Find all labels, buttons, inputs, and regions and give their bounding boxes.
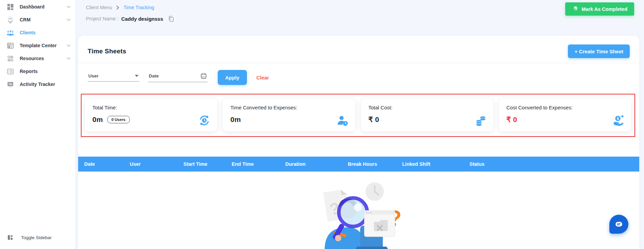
toggle-sidebar-icon <box>7 234 14 241</box>
stat-value: 0m <box>230 115 241 124</box>
no-data-illustration: ? ? <box>316 176 401 249</box>
sidebar-item[interactable]: Clients <box>0 26 75 39</box>
sidebar-item[interactable]: CRM <box>0 13 75 26</box>
stat-value: 0m <box>92 115 103 124</box>
empty-state-illustration: ? ? <box>78 172 639 249</box>
table-column-header: Start Time <box>183 161 232 167</box>
toggle-sidebar-button[interactable]: Toggle Sidebar <box>7 234 52 241</box>
sidebar-item-label: Dashboard <box>20 4 44 10</box>
chat-icon <box>614 220 623 229</box>
panel-header: Time Sheets + Create Time Sheet <box>78 36 639 63</box>
apply-button[interactable]: Apply <box>218 70 247 85</box>
stat-card: Total Cost: ₹ 0 <box>361 99 493 131</box>
sidebar-item-label: Resources <box>20 56 44 61</box>
sidebar-nav: Dashboard CRM Clients Template Center <box>0 0 75 91</box>
stat-label: Total Cost: <box>369 105 486 110</box>
chevron-down-icon <box>67 5 71 8</box>
activity-tracker-icon <box>7 81 14 88</box>
stat-value: ₹ 0 <box>369 115 379 124</box>
chevron-down-icon <box>67 57 71 60</box>
create-time-sheet-button[interactable]: + Create Time Sheet <box>568 45 630 58</box>
copy-icon[interactable] <box>168 15 175 22</box>
sidebar-item[interactable]: Reports <box>0 65 75 78</box>
sync-clock-icon <box>198 114 210 126</box>
stat-label: Cost Converted to Expenses: <box>506 105 624 110</box>
sidebar-item[interactable]: Dashboard <box>0 0 75 13</box>
sidebar: Dashboard CRM Clients Template Center <box>0 0 76 249</box>
template-center-icon <box>7 42 14 49</box>
toggle-sidebar-label: Toggle Sidebar <box>21 235 52 240</box>
breadcrumb-current: Time Tracking <box>123 5 154 10</box>
stat-card: Total Time: 0m 0 Users <box>85 99 217 131</box>
sidebar-item-label: Reports <box>20 69 38 74</box>
stat-card: Cost Converted to Expenses: ₹ 0 $ <box>499 99 631 131</box>
calendar-icon <box>200 73 207 79</box>
caret-down-icon <box>135 75 139 77</box>
sidebar-item[interactable]: Resources <box>0 52 75 65</box>
mark-as-completed-button[interactable]: Mark As Completed <box>565 2 634 16</box>
user-select-label: User <box>88 73 99 78</box>
mark-as-completed-label: Mark As Completed <box>582 6 627 12</box>
table-column-header: Break Hours <box>348 161 402 167</box>
user-select[interactable]: User <box>88 73 139 82</box>
resources-icon <box>7 55 14 62</box>
page-title: Time Sheets <box>88 48 126 55</box>
sidebar-item[interactable]: Template Center <box>0 39 75 52</box>
project-row: Project Name : Caddy designsss <box>76 10 644 22</box>
sidebar-item[interactable]: Activity Tracker <box>0 78 75 91</box>
table-column-header: Linked Shift <box>402 161 469 167</box>
top-header: Client Menu Time Tracking Project Name :… <box>76 0 644 36</box>
users-count-badge: 0 Users <box>107 116 130 123</box>
clients-icon <box>7 29 14 36</box>
sidebar-item-label: Clients <box>20 30 36 35</box>
table-column-header: Date <box>78 161 130 167</box>
chevron-right-icon <box>116 5 119 10</box>
project-name: Caddy designsss <box>121 16 163 22</box>
table-header-row: Date User Start Time End Time Duration B… <box>78 157 639 172</box>
time-sheets-panel: Time Sheets + Create Time Sheet User Dat… <box>78 36 639 249</box>
table-column-header: Duration <box>285 161 348 167</box>
crm-icon <box>7 16 14 23</box>
sidebar-item-label: Activity Tracker <box>20 82 55 87</box>
date-input-label: Date <box>149 73 159 78</box>
coins-icon <box>475 114 486 126</box>
table-column-header: User <box>130 161 183 167</box>
filter-bar: User Date Apply Clear <box>78 63 639 88</box>
sidebar-item-label: Template Center <box>20 43 57 48</box>
chat-widget-button[interactable] <box>609 215 628 234</box>
breadcrumb: Client Menu Time Tracking <box>76 0 644 10</box>
project-label: Project Name : <box>86 16 119 21</box>
chevron-down-icon <box>67 44 71 47</box>
sidebar-item-label: CRM <box>20 17 31 22</box>
stats-highlight-group: Total Time: 0m 0 Users Time Converted to… <box>81 94 635 137</box>
stat-value: ₹ 0 <box>506 115 517 124</box>
date-input[interactable]: Date <box>148 73 208 82</box>
hand-dollar-icon: $ <box>612 114 624 126</box>
stat-card: Time Converted to Expenses: 0m <box>223 99 355 131</box>
table-column-header: Status <box>469 161 639 167</box>
clear-button[interactable]: Clear <box>256 75 269 81</box>
reports-icon <box>7 68 14 75</box>
completed-badge-icon <box>572 6 578 12</box>
svg-text:$: $ <box>617 117 619 121</box>
stat-label: Total Time: <box>92 105 210 110</box>
dashboard-icon <box>7 3 14 11</box>
stat-label: Time Converted to Expenses: <box>230 105 348 110</box>
breadcrumb-parent[interactable]: Client Menu <box>86 5 112 10</box>
chevron-down-icon <box>67 18 71 21</box>
user-clock-icon <box>337 114 348 126</box>
table-column-header: End Time <box>232 161 285 167</box>
